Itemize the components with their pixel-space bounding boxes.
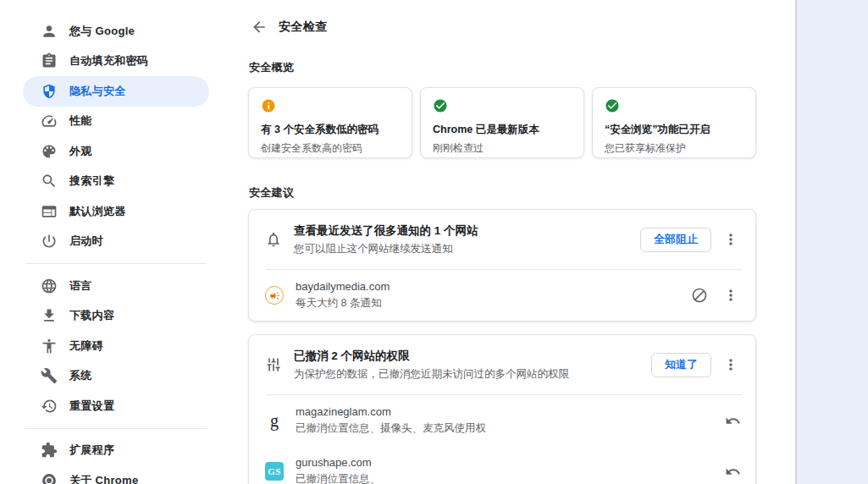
overview-cards-row: 有 3 个安全系数低的密码 创建安全系数高的密码 Chrome 已是最新版本 刚… <box>248 87 756 158</box>
more-options-button[interactable] <box>722 231 739 248</box>
sidebar-item-extensions[interactable]: 扩展程序 <box>23 436 209 466</box>
globe-icon <box>41 278 58 294</box>
more-options-button[interactable] <box>722 356 739 373</box>
window-background-strip <box>795 0 868 484</box>
chrome-settings-window: 您与 Google 自动填充和密码 隐私与安全 性能 外观 搜索引擎 默认浏览器 <box>0 0 868 484</box>
sidebar-item-label: 扩展程序 <box>69 443 114 458</box>
download-icon <box>41 307 58 324</box>
tune-sliders-icon <box>265 356 282 373</box>
sidebar-item-label: 您与 Google <box>69 24 135 39</box>
site-text: gurushape.com 已撤消位置信息、 <box>296 456 725 484</box>
sidebar-item-reset[interactable]: 重置设置 <box>23 391 209 421</box>
sidebar-divider <box>25 263 207 264</box>
sidebar-item-label: 无障碍 <box>69 338 103 354</box>
section-safety-overview-label: 安全概览 <box>249 60 294 75</box>
check-circle-icon <box>605 98 620 113</box>
permissions-card-subtitle: 为保护您的数据，已撤消您近期未访问过的多个网站的权限 <box>294 367 651 382</box>
sidebar-item-label: 关于 Chrome <box>69 473 138 484</box>
sidebar-item-performance[interactable]: 性能 <box>23 107 209 137</box>
sidebar-item-label: 默认浏览器 <box>69 204 126 219</box>
speedometer-icon <box>41 113 58 129</box>
wrench-icon <box>41 367 58 384</box>
chrome-logo-icon <box>41 472 58 484</box>
sidebar-item-default-browser[interactable]: 默认浏览器 <box>23 196 209 227</box>
bell-icon <box>265 231 282 248</box>
autofill-clipboard-icon <box>41 52 58 69</box>
notifications-review-card: 查看最近发送了很多通知的 1 个网站 您可以阻止这个网站继续发送通知 全部阻止 … <box>248 209 756 322</box>
sidebar-item-search-engine[interactable]: 搜索引擎 <box>23 167 209 197</box>
sidebar-item-downloads[interactable]: 下载内容 <box>23 301 209 332</box>
palette-icon <box>41 143 58 160</box>
gs-favicon-icon: GS <box>265 462 284 481</box>
sidebar-item-label: 自动填充和密码 <box>69 53 148 69</box>
site-row-baydailymedia: baydailymedia.com 每天大约 8 条通知 <box>249 270 755 321</box>
revoked-permissions-card: 已撤消 2 个网站的权限 为保护您的数据，已撤消您近期未访问过的多个网站的权限 … <box>248 334 756 484</box>
block-site-button[interactable] <box>691 287 708 304</box>
site-row-magazineglam: g magazineglam.com 已撤消位置信息、摄像头、麦克风使用权 <box>249 395 755 446</box>
overview-card-safe-browsing[interactable]: “安全浏览”功能已开启 您已获享标准保护 <box>592 87 756 158</box>
history-reset-icon <box>41 398 58 415</box>
letter-favicon-icon: g <box>265 411 284 430</box>
safety-check-page: 安全检查 安全概览 有 3 个安全系数低的密码 创建安全系数高的密码 Chrom… <box>248 0 756 484</box>
section-safety-recommendations-label: 安全建议 <box>249 185 294 201</box>
permissions-card-title: 已撤消 2 个网站的权限 <box>294 349 651 364</box>
notifications-card-text: 查看最近发送了很多通知的 1 个网站 您可以阻止这个网站继续发送通知 <box>294 223 640 256</box>
sidebar-item-label: 重置设置 <box>69 399 114 414</box>
site-domain: magazineglam.com <box>296 405 725 418</box>
undo-revoke-button[interactable] <box>725 413 741 429</box>
site-detail: 已撤消位置信息、摄像头、麦克风使用权 <box>296 421 725 436</box>
site-detail: 已撤消位置信息、 <box>296 472 725 484</box>
puzzle-icon <box>41 442 58 459</box>
sidebar-item-label: 下载内容 <box>69 308 114 323</box>
sidebar-item-you-and-google[interactable]: 您与 Google <box>23 16 209 47</box>
sidebar-item-system[interactable]: 系统 <box>23 361 209 392</box>
sidebar-item-label: 性能 <box>69 113 92 129</box>
sidebar-item-label: 外观 <box>69 144 92 159</box>
browser-window-icon <box>41 203 58 220</box>
sidebar-item-languages[interactable]: 语言 <box>23 271 209 301</box>
overview-card-passwords[interactable]: 有 3 个安全系数低的密码 创建安全系数高的密码 <box>248 87 412 158</box>
notifications-card-header: 查看最近发送了很多通知的 1 个网站 您可以阻止这个网站继续发送通知 全部阻止 <box>249 210 755 269</box>
sidebar-item-accessibility[interactable]: 无障碍 <box>23 331 209 361</box>
block-all-button[interactable]: 全部阻止 <box>640 228 711 252</box>
sidebar-item-on-startup[interactable]: 启动时 <box>23 227 209 257</box>
site-domain: gurushape.com <box>296 456 725 469</box>
person-icon <box>41 23 58 40</box>
overview-card-title: Chrome 已是最新版本 <box>433 123 572 137</box>
permissions-card-header: 已撤消 2 个网站的权限 为保护您的数据，已撤消您近期未访问过的多个网站的权限 … <box>249 335 755 394</box>
overview-card-subtitle: 您已获享标准保护 <box>605 141 744 156</box>
sidebar-item-label: 搜索引擎 <box>69 173 114 189</box>
sidebar-item-label: 语言 <box>69 278 92 294</box>
got-it-button[interactable]: 知道了 <box>651 353 711 377</box>
site-text: baydailymedia.com 每天大约 8 条通知 <box>296 280 691 311</box>
sidebar-item-appearance[interactable]: 外观 <box>23 136 209 167</box>
overview-card-subtitle: 创建安全系数高的密码 <box>261 141 400 156</box>
site-row-gurushape: GS gurushape.com 已撤消位置信息、 <box>249 446 755 484</box>
settings-sidebar: 您与 Google 自动填充和密码 隐私与安全 性能 外观 搜索引擎 默认浏览器 <box>0 0 237 484</box>
sidebar-item-about-chrome[interactable]: 关于 Chrome <box>23 465 209 484</box>
permissions-card-text: 已撤消 2 个网站的权限 为保护您的数据，已撤消您近期未访问过的多个网站的权限 <box>294 349 651 382</box>
overview-card-subtitle: 刚刚检查过 <box>433 141 572 156</box>
shield-icon <box>41 83 58 100</box>
overview-card-updates[interactable]: Chrome 已是最新版本 刚刚检查过 <box>420 87 584 158</box>
search-icon <box>41 173 58 190</box>
warning-icon <box>261 98 276 113</box>
sidebar-item-label: 启动时 <box>69 234 103 249</box>
campaign-favicon-icon <box>265 286 284 305</box>
page-title: 安全检查 <box>279 19 328 35</box>
overview-card-title: “安全浏览”功能已开启 <box>605 123 744 137</box>
undo-revoke-button[interactable] <box>725 464 741 480</box>
site-domain: baydailymedia.com <box>296 280 691 293</box>
accessibility-icon <box>41 338 58 355</box>
back-button[interactable] <box>251 19 268 36</box>
sidebar-divider <box>25 428 207 429</box>
overview-card-title: 有 3 个安全系数低的密码 <box>261 123 400 137</box>
sidebar-item-autofill[interactable]: 自动填充和密码 <box>23 47 209 77</box>
site-text: magazineglam.com 已撤消位置信息、摄像头、麦克风使用权 <box>296 405 725 436</box>
sidebar-item-privacy-security[interactable]: 隐私与安全 <box>23 76 209 107</box>
power-icon <box>41 233 58 250</box>
sidebar-item-label: 系统 <box>69 368 92 383</box>
notifications-card-subtitle: 您可以阻止这个网站继续发送通知 <box>294 242 640 256</box>
sidebar-item-label: 隐私与安全 <box>69 84 126 99</box>
site-more-options-button[interactable] <box>722 287 739 304</box>
